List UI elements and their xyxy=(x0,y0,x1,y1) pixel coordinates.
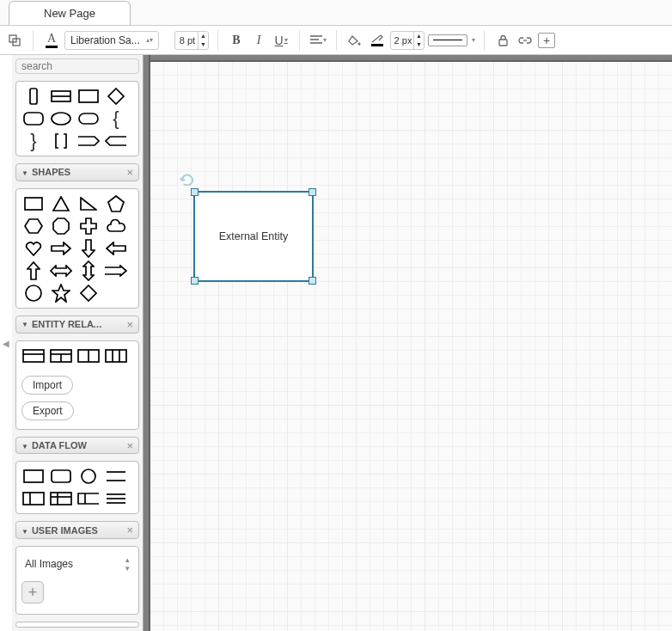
er-shape-2[interactable] xyxy=(47,345,75,367)
df-datastore-4[interactable] xyxy=(102,487,130,510)
shape-arrow-ud[interactable] xyxy=(75,260,102,282)
collapsed-panel xyxy=(15,622,139,628)
er-shape-4[interactable] xyxy=(102,345,130,367)
selected-shape-external-entity[interactable]: External Entity xyxy=(193,191,314,282)
italic-button[interactable]: I xyxy=(249,31,268,50)
shape-right-triangle[interactable] xyxy=(75,193,102,215)
chevron-updown-icon[interactable]: ▴▾ xyxy=(125,555,130,573)
underline-button[interactable]: U▾ xyxy=(272,31,290,50)
svg-rect-26 xyxy=(24,470,43,482)
entity-relation-panel: Import Export xyxy=(15,340,139,430)
close-icon[interactable]: × xyxy=(126,439,133,452)
shape-arrow-lr[interactable] xyxy=(47,260,75,282)
svg-point-12 xyxy=(52,113,70,125)
add-icon[interactable]: + xyxy=(538,33,555,48)
shape-ellipse[interactable] xyxy=(47,107,75,130)
resize-handle-br[interactable] xyxy=(309,277,316,285)
shape-brace-left[interactable]: { xyxy=(102,107,130,130)
data-flow-panel xyxy=(15,461,139,514)
resize-handle-bl[interactable] xyxy=(191,277,199,285)
bold-button[interactable]: B xyxy=(227,31,246,50)
shape-circle[interactable] xyxy=(20,282,47,304)
export-button[interactable]: Export xyxy=(21,401,74,420)
sidebar-collapse-handle[interactable]: ◀ xyxy=(0,55,12,631)
shape-arrow-down[interactable] xyxy=(75,237,102,260)
df-datastore-3[interactable] xyxy=(75,487,102,510)
section-title: USER IMAGES xyxy=(32,525,98,536)
shape-rounded-rect[interactable] xyxy=(20,107,47,130)
shape-card[interactable] xyxy=(20,85,47,107)
font-family-label: Liberation Sa... xyxy=(70,34,140,46)
font-family-select[interactable]: Liberation Sa... ▴▾ xyxy=(64,31,159,50)
stroke-width-stepper[interactable]: 2 px ▲▼ xyxy=(390,31,425,50)
stroke-color-icon[interactable] xyxy=(368,31,387,50)
shape-diamond[interactable] xyxy=(102,85,130,107)
shape-arrow-right[interactable] xyxy=(47,237,75,260)
canvas[interactable]: External Entity xyxy=(150,62,672,631)
line-style-select[interactable] xyxy=(428,34,467,46)
shape-tab-left[interactable] xyxy=(102,130,130,152)
shape-hexagon[interactable] xyxy=(20,215,47,237)
align-button[interactable]: ▾ xyxy=(309,31,327,50)
shape-pill[interactable] xyxy=(75,107,102,130)
df-circle[interactable] xyxy=(75,465,102,487)
svg-point-5 xyxy=(358,42,361,45)
section-title: SHAPES xyxy=(32,167,70,177)
section-header-user-images[interactable]: ▼USER IMAGES × xyxy=(15,521,139,539)
chevron-down-icon[interactable]: ▾ xyxy=(472,36,475,44)
shape-arrow-up[interactable] xyxy=(20,260,47,282)
svg-rect-16 xyxy=(23,350,44,362)
df-datastore-open[interactable] xyxy=(102,465,130,487)
shape-arrow-left[interactable] xyxy=(102,237,130,260)
font-size-stepper[interactable]: 8 pt ▲▼ xyxy=(174,31,209,50)
search-field[interactable]: × xyxy=(15,58,139,74)
df-datastore-1[interactable] xyxy=(20,487,47,510)
stepper-arrows-icon[interactable]: ▲▼ xyxy=(413,32,424,49)
svg-rect-14 xyxy=(25,198,42,210)
close-icon[interactable]: × xyxy=(126,318,133,331)
stepper-arrows-icon[interactable]: ▲▼ xyxy=(198,32,208,49)
search-input[interactable] xyxy=(20,59,144,73)
copy-format-icon[interactable] xyxy=(5,31,24,50)
shape-rectangle[interactable] xyxy=(75,85,102,107)
shape-diamond2[interactable] xyxy=(75,282,102,304)
shape-star[interactable] xyxy=(47,282,75,304)
shape-triangle[interactable] xyxy=(47,193,75,215)
shape-cloud[interactable] xyxy=(102,215,130,237)
df-process[interactable] xyxy=(47,465,75,487)
page-tab[interactable]: New Page xyxy=(9,1,131,25)
section-header-shapes[interactable]: ▼SHAPES × xyxy=(15,163,139,181)
er-shape-1[interactable] xyxy=(20,345,47,367)
close-icon[interactable]: × xyxy=(126,524,133,536)
resize-handle-tl[interactable] xyxy=(191,188,199,196)
df-datastore-2[interactable] xyxy=(47,487,75,510)
chevron-updown-icon: ▴▾ xyxy=(146,36,153,44)
all-images-label[interactable]: All Images xyxy=(25,558,73,570)
toolbar: A Liberation Sa... ▴▾ 8 pt ▲▼ B I U▾ ▾ 2… xyxy=(0,26,672,55)
shape-callout-right[interactable] xyxy=(102,260,130,282)
link-icon[interactable] xyxy=(516,31,535,50)
svg-rect-7 xyxy=(30,89,37,104)
section-header-data-flow[interactable]: ▼DATA FLOW × xyxy=(15,437,139,455)
rotate-handle-icon[interactable] xyxy=(180,172,193,186)
shape-octagon[interactable] xyxy=(47,215,75,237)
shape-pentagon[interactable] xyxy=(102,193,130,215)
shape-rect[interactable] xyxy=(20,193,47,215)
shape-tab-right[interactable] xyxy=(75,130,102,152)
shape-bracket[interactable] xyxy=(47,130,75,152)
df-external-entity[interactable] xyxy=(20,465,47,487)
section-header-entity-relation[interactable]: ▼ENTITY RELATIO... × xyxy=(15,316,139,334)
shape-text[interactable] xyxy=(47,85,75,107)
close-icon[interactable]: × xyxy=(126,166,133,179)
er-shape-3[interactable] xyxy=(75,345,102,367)
shape-heart[interactable] xyxy=(20,237,47,260)
shape-cross[interactable] xyxy=(75,215,102,237)
fill-color-icon[interactable] xyxy=(345,31,364,50)
import-button[interactable]: Import xyxy=(21,376,73,395)
svg-rect-6 xyxy=(499,40,507,46)
text-color-icon[interactable]: A xyxy=(42,31,61,50)
shape-brace-right[interactable]: } xyxy=(20,130,47,152)
add-image-button[interactable]: + xyxy=(21,581,44,603)
lock-icon[interactable] xyxy=(493,31,512,50)
resize-handle-tr[interactable] xyxy=(309,188,316,196)
